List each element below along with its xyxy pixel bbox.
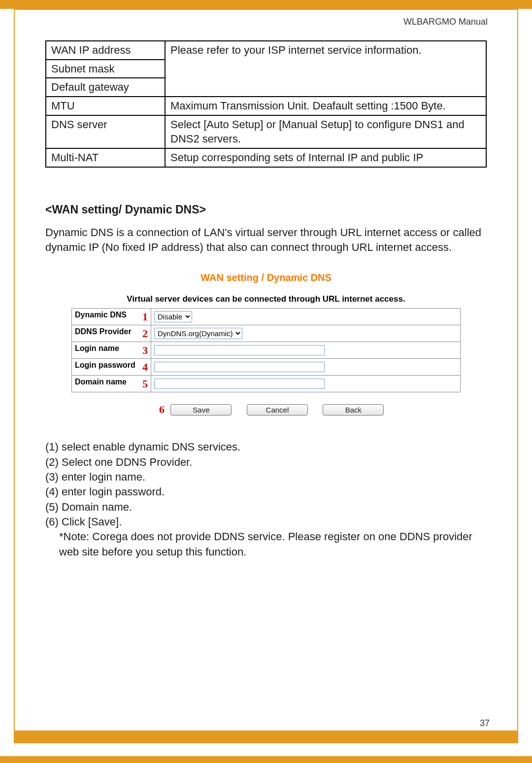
step-6: (6) Click [Save]. (45, 515, 487, 529)
ddns-provider-select[interactable]: DynDNS.org(Dynamic) (154, 328, 242, 339)
spec-wan-ip-label: WAN IP address (46, 41, 165, 60)
step-4: (4) enter login password. (45, 485, 487, 499)
steps-list: (1) select enable dynamic DNS services. … (45, 440, 487, 559)
spec-mtu-label: MTU (46, 97, 165, 115)
config-form-table: Dynamic DNS 1 Disable DDNS Provider 2 Dy… (71, 308, 461, 392)
step-3: (3) enter login name. (45, 470, 487, 485)
spec-table: WAN IP address Please refer to your ISP … (45, 40, 487, 168)
spec-multinat-label: Multi-NAT (46, 148, 165, 167)
spec-multinat-desc: Setup corresponding sets of Internal IP … (165, 148, 486, 167)
screenshot-subtitle: Virtual server devices can be connected … (71, 294, 461, 304)
config-screenshot: WAN setting / Dynamic DNS Virtual server… (71, 272, 461, 416)
bottom-orange-bar (0, 756, 532, 763)
marker-1: 1 (142, 311, 148, 323)
manual-title: WLBARGMO Manual (403, 17, 488, 27)
screenshot-title: WAN setting / Dynamic DNS (71, 272, 461, 283)
marker-2: 2 (142, 327, 148, 340)
marker-6: 6 (159, 403, 165, 416)
step-2: (2) Select one DDNS Provider. (45, 455, 487, 470)
section-heading: <WAN setting/ Dynamic DNS> (45, 203, 487, 216)
ddns-enable-select[interactable]: Disable (154, 311, 192, 322)
step-5: (5) Domain name. (45, 500, 487, 515)
spec-dns-desc: Select [Auto Setup] or [Manual Setup] to… (165, 115, 486, 148)
row-password-label: Login password 4 (72, 359, 151, 376)
intro-paragraph: Dynamic DNS is a connection of LAN's vir… (45, 225, 487, 254)
spec-isp-note: Please refer to your ISP internet servic… (165, 41, 486, 97)
marker-3: 3 (142, 344, 148, 357)
spec-gateway-label: Default gateway (46, 78, 165, 97)
top-orange-bar (0, 0, 532, 9)
step-1: (1) select enable dynamic DNS services. (45, 440, 487, 454)
footer-orange-bar (15, 730, 517, 742)
spec-dns-label: DNS server (46, 115, 165, 148)
save-button[interactable]: Save (170, 404, 232, 416)
spec-subnet-label: Subnet mask (46, 60, 165, 78)
login-name-input[interactable] (154, 345, 325, 355)
back-button[interactable]: Back (323, 404, 384, 416)
row-login-label: Login name 3 (72, 342, 151, 359)
spec-mtu-desc: Maximum Transmission Unit. Deafault sett… (165, 97, 486, 115)
domain-name-input[interactable] (154, 379, 325, 389)
row-domain-label: Domain name 5 (72, 376, 151, 392)
page-frame: WLBARGMO Manual WAN IP address Please re… (14, 9, 518, 743)
page-number: 37 (480, 718, 490, 728)
button-row: 6 Save Cancel Back (71, 403, 461, 416)
login-password-input[interactable] (154, 362, 325, 372)
marker-5: 5 (142, 378, 148, 390)
cancel-button[interactable]: Cancel (247, 404, 308, 416)
row-ddns-label: Dynamic DNS 1 (72, 309, 151, 325)
row-provider-label: DDNS Provider 2 (72, 325, 151, 342)
marker-4: 4 (142, 361, 148, 374)
step-note: *Note: Corega does not provide DDNS serv… (45, 529, 487, 559)
